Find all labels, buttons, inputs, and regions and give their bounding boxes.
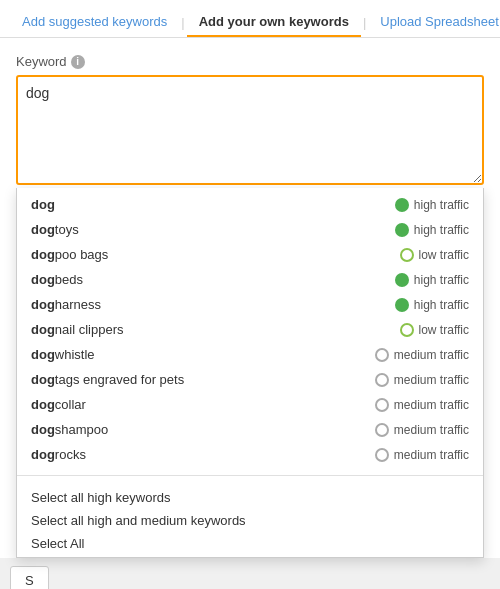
top-nav: Add suggested keywords | Add your own ke… (0, 0, 500, 38)
traffic-dot-medium (375, 448, 389, 462)
suggestion-rest: harness (55, 297, 101, 312)
suggestion-item[interactable]: doghigh traffic (17, 192, 483, 217)
page-container: Add suggested keywords | Add your own ke… (0, 0, 500, 589)
suggestion-item[interactable]: dog nail clipperslow traffic (17, 317, 483, 342)
traffic-dot-low (400, 323, 414, 337)
info-icon[interactable]: i (71, 55, 85, 69)
suggestion-bold: dog (31, 372, 55, 387)
suggestion-left: dog shampoo (31, 422, 108, 437)
suggestion-right: medium traffic (375, 448, 469, 462)
suggestion-item[interactable]: dog shampoomedium traffic (17, 417, 483, 442)
suggestion-right: high traffic (395, 198, 469, 212)
suggestion-rest: toys (55, 222, 79, 237)
suggestion-left: dog beds (31, 272, 83, 287)
suggestion-right: medium traffic (375, 423, 469, 437)
keyword-suggestions-dropdown: doghigh trafficdog toyshigh trafficdog p… (16, 188, 484, 558)
suggestion-rest: whistle (55, 347, 95, 362)
traffic-dot-medium (375, 423, 389, 437)
nav-divider-2: | (361, 9, 368, 37)
traffic-label: high traffic (414, 198, 469, 212)
suggestion-item[interactable]: dog whistlemedium traffic (17, 342, 483, 367)
dropdown-divider (17, 475, 483, 476)
partial-button-s[interactable]: S (10, 566, 49, 589)
suggestion-right: medium traffic (375, 348, 469, 362)
suggestion-bold: dog (31, 297, 55, 312)
traffic-label: medium traffic (394, 448, 469, 462)
suggestion-right: medium traffic (375, 373, 469, 387)
main-content: Keyword i dog doghigh trafficdog toyshig… (0, 38, 500, 558)
suggestion-bold: dog (31, 347, 55, 362)
suggestion-left: dog rocks (31, 447, 86, 462)
select-actions: Select all high keywordsSelect all high … (17, 480, 483, 557)
tab-own-keywords[interactable]: Add your own keywords (187, 8, 361, 37)
suggestion-bold: dog (31, 272, 55, 287)
traffic-label: low traffic (419, 248, 469, 262)
traffic-label: high traffic (414, 298, 469, 312)
suggestion-item[interactable]: dog harnesshigh traffic (17, 292, 483, 317)
suggestion-bold: dog (31, 197, 55, 212)
traffic-dot-high (395, 298, 409, 312)
suggestion-left: dog whistle (31, 347, 95, 362)
traffic-dot-high (395, 198, 409, 212)
suggestion-rest: poo bags (55, 247, 109, 262)
suggestion-right: low traffic (400, 248, 469, 262)
traffic-dot-medium (375, 373, 389, 387)
suggestion-bold: dog (31, 397, 55, 412)
suggestion-item[interactable]: dog collarmedium traffic (17, 392, 483, 417)
suggestion-bold: dog (31, 422, 55, 437)
tab-suggested-keywords[interactable]: Add suggested keywords (10, 8, 179, 37)
suggestion-item[interactable]: dog bedshigh traffic (17, 267, 483, 292)
suggestion-right: medium traffic (375, 398, 469, 412)
suggestion-left: dog poo bags (31, 247, 108, 262)
keyword-label-text: Keyword (16, 54, 67, 69)
nav-divider-1: | (179, 9, 186, 37)
traffic-label: low traffic (419, 323, 469, 337)
traffic-label: high traffic (414, 223, 469, 237)
traffic-dot-low (400, 248, 414, 262)
suggestion-left: dog harness (31, 297, 101, 312)
traffic-label: medium traffic (394, 398, 469, 412)
suggestion-rest: tags engraved for pets (55, 372, 184, 387)
keyword-textarea[interactable]: dog (16, 75, 484, 185)
suggestion-left: dog (31, 197, 55, 212)
traffic-dot-medium (375, 398, 389, 412)
suggestion-bold: dog (31, 247, 55, 262)
suggestion-rest: rocks (55, 447, 86, 462)
suggestion-right: high traffic (395, 273, 469, 287)
tab-upload-spreadsheet[interactable]: Upload Spreadsheet (368, 8, 500, 37)
suggestion-right: high traffic (395, 223, 469, 237)
suggestion-right: high traffic (395, 298, 469, 312)
suggestion-bold: dog (31, 447, 55, 462)
traffic-dot-medium (375, 348, 389, 362)
suggestion-item[interactable]: dog rocksmedium traffic (17, 442, 483, 467)
suggestion-rest: shampoo (55, 422, 108, 437)
suggestion-left: dog toys (31, 222, 79, 237)
traffic-label: medium traffic (394, 348, 469, 362)
suggestion-item[interactable]: dog poo bagslow traffic (17, 242, 483, 267)
traffic-dot-high (395, 273, 409, 287)
partial-bottom: S (0, 558, 500, 589)
traffic-label: medium traffic (394, 423, 469, 437)
suggestion-list: doghigh trafficdog toyshigh trafficdog p… (17, 188, 483, 471)
suggestion-left: dog nail clippers (31, 322, 123, 337)
suggestion-item[interactable]: dog toyshigh traffic (17, 217, 483, 242)
suggestion-bold: dog (31, 222, 55, 237)
traffic-label: high traffic (414, 273, 469, 287)
suggestion-left: dog tags engraved for pets (31, 372, 184, 387)
keyword-label: Keyword i (16, 54, 484, 69)
suggestion-bold: dog (31, 322, 55, 337)
traffic-label: medium traffic (394, 373, 469, 387)
suggestion-item[interactable]: dog tags engraved for petsmedium traffic (17, 367, 483, 392)
suggestion-right: low traffic (400, 323, 469, 337)
suggestion-rest: collar (55, 397, 86, 412)
suggestion-rest: beds (55, 272, 83, 287)
suggestion-rest: nail clippers (55, 322, 124, 337)
suggestion-left: dog collar (31, 397, 86, 412)
select-action-item-0[interactable]: Select all high keywords (31, 486, 469, 509)
select-action-item-2[interactable]: Select All (31, 532, 469, 555)
select-action-item-1[interactable]: Select all high and medium keywords (31, 509, 469, 532)
traffic-dot-high (395, 223, 409, 237)
